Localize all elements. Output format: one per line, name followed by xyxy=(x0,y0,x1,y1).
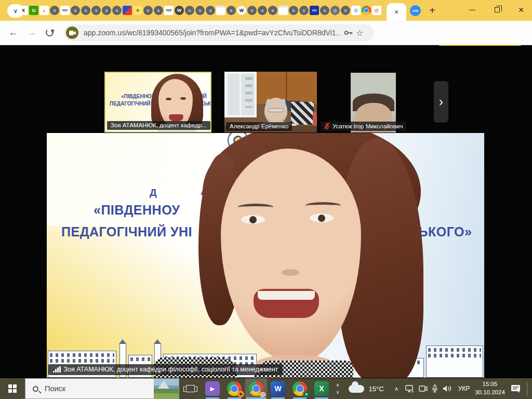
address-bar[interactable]: app.zoom.us/wc/81993400565/join?fromPWA=… xyxy=(63,24,374,41)
participant-name: Зоя АТАМАНЮК, доцент кафедр... xyxy=(111,122,207,128)
window-minimize-button[interactable] xyxy=(460,0,484,20)
tab-favicon-pkp[interactable]: PKP xyxy=(164,6,174,15)
tab-favicon-site[interactable]: s xyxy=(341,6,350,15)
chevron-up-icon: ∧ xyxy=(394,385,398,392)
tab-favicon-translate[interactable]: G xyxy=(351,6,361,15)
tab-favicon-mail[interactable]: @ xyxy=(372,6,381,15)
chevron-down-icon: ∨ xyxy=(14,7,18,15)
scroll-down-icon[interactable]: ∨ xyxy=(336,390,340,395)
tab-favicon-doc[interactable] xyxy=(278,6,288,15)
tray-speaker-icon[interactable] xyxy=(441,378,454,399)
taskbar-scroll[interactable]: ∧ ∨ xyxy=(332,378,343,399)
glasses xyxy=(268,108,284,112)
tray-show-hidden-button[interactable]: ∧ xyxy=(391,378,402,399)
tab-favicon-site[interactable]: s xyxy=(81,6,90,15)
language-label: УКР xyxy=(458,385,470,392)
pattern-wall xyxy=(291,102,314,125)
taskbar-app-word[interactable]: W xyxy=(267,378,289,399)
tab-favicon-doc[interactable] xyxy=(216,6,225,15)
back-button[interactable]: ← xyxy=(8,27,18,38)
chrome-badge-green: л xyxy=(303,391,310,397)
tab-favicon-site[interactable]: s xyxy=(102,6,111,15)
search-daily-image[interactable] xyxy=(154,378,179,399)
browser-toolbar: ← → app.zoom.us/wc/81993400565/join?from… xyxy=(0,21,532,45)
task-view-button[interactable] xyxy=(181,378,200,399)
active-tab[interactable]: × xyxy=(387,3,406,21)
windows-logo-icon xyxy=(8,384,17,393)
tab-favicon-site[interactable]: s xyxy=(50,6,59,15)
participant-name: Александр Ерёменко xyxy=(230,123,288,129)
tab-favicon-site[interactable]: s xyxy=(185,6,194,15)
tab-favicon-site[interactable]: s xyxy=(71,6,80,15)
speaker-mouth xyxy=(254,289,319,318)
tab-favicon-site[interactable]: s xyxy=(154,6,163,15)
participant-thumb-usatiuk[interactable]: Усатюк Ігор Миколайович xyxy=(351,73,396,132)
tab-favicon-site[interactable]: s xyxy=(195,6,205,15)
taskbar-app-chrome-2-active[interactable] xyxy=(245,378,267,399)
chrome-badge-orange xyxy=(237,391,244,397)
weather-widget[interactable]: 15°C xyxy=(344,378,389,399)
tab-favicon-site[interactable]: s xyxy=(112,6,122,15)
search-placeholder: Поиск xyxy=(45,384,154,393)
tab-favicon-site[interactable]: s xyxy=(206,6,215,15)
tab-favicon-site[interactable]: s xyxy=(143,6,153,15)
tab-favicon-joomla[interactable]: X xyxy=(19,6,28,15)
wood-cabinets xyxy=(257,72,317,104)
tab-favicon-site[interactable]: s xyxy=(227,6,236,15)
movies-app-icon: ▶ xyxy=(205,381,220,396)
close-tab-icon[interactable]: × xyxy=(394,8,398,16)
taskbar-app-chrome-1[interactable] xyxy=(223,378,245,399)
new-tab-button[interactable]: + xyxy=(425,3,440,18)
tab-favicon-chrome[interactable] xyxy=(362,6,371,15)
tab-favicon-ao[interactable]: АО xyxy=(310,6,319,15)
url-text[interactable]: app.zoom.us/wc/81993400565/join?fromPWA=… xyxy=(84,29,341,37)
tab-favicon-star[interactable]: ★ xyxy=(133,6,142,15)
tab-favicon-site[interactable]: s xyxy=(289,6,298,15)
action-center-button[interactable] xyxy=(507,378,524,399)
tray-network-icon[interactable] xyxy=(403,378,416,399)
taskbar-app-movies[interactable]: ▶ xyxy=(202,378,223,399)
tab-favicon-drive[interactable]: ▲ xyxy=(39,6,49,15)
tab-favicon-pkp-small[interactable]: PKP xyxy=(60,6,70,15)
show-desktop-divider[interactable] xyxy=(527,381,527,396)
tab-favicon-ukrnet[interactable]: U xyxy=(29,6,38,15)
tab-favicon-wordpress[interactable]: W xyxy=(175,6,184,15)
participant-thumb-eremenko[interactable]: Александр Ерёменко xyxy=(224,72,317,132)
window-restore-button[interactable] xyxy=(485,0,509,20)
gallery-next-button[interactable]: › xyxy=(434,81,448,123)
participant-name-tag: Зоя АТАМАНЮК, доцент кафедр... xyxy=(107,121,210,130)
bookmark-star-icon[interactable]: ☆ xyxy=(356,28,363,38)
reload-button[interactable] xyxy=(46,29,54,36)
tray-camera-icon[interactable] xyxy=(417,378,429,399)
tray-language[interactable]: УКР xyxy=(455,378,473,399)
tab-favicon-site[interactable]: s xyxy=(268,6,277,15)
tab-favicons: XU▲sPKPsssss★ssPKPWssssWsssssАОs◍sG@ xyxy=(19,6,381,15)
forward-button[interactable]: → xyxy=(27,27,36,38)
zoom-tab-favicon[interactable]: zm xyxy=(410,5,421,16)
taskbar: Поиск ▶ W л X ∧ ∨ xyxy=(0,378,532,399)
taskbar-app-excel[interactable]: X xyxy=(311,378,332,399)
tray-mic-icon[interactable] xyxy=(429,378,441,399)
start-button[interactable] xyxy=(0,378,25,399)
tab-favicon-site[interactable]: s xyxy=(91,6,101,15)
tab-favicon-site[interactable]: s xyxy=(258,6,267,15)
taskbar-search[interactable]: Поиск xyxy=(25,378,179,399)
tab-favicon-site[interactable]: s xyxy=(320,6,329,15)
tray-clock[interactable]: 15:05 30.10.2024 xyxy=(473,378,507,399)
camera-permission-icon[interactable] xyxy=(66,26,78,39)
banner-text: «ПІВДЕННОУ xyxy=(94,203,180,218)
tab-favicon-flag[interactable] xyxy=(123,6,132,15)
tab-favicon-globe[interactable]: ◍ xyxy=(330,6,340,15)
speaker-nose xyxy=(282,269,299,276)
scroll-up-icon[interactable]: ∧ xyxy=(336,382,340,388)
password-key-icon[interactable] xyxy=(344,30,353,35)
taskbar-app-chrome-3[interactable]: л xyxy=(289,378,311,399)
window-close-button[interactable]: × xyxy=(509,0,532,20)
tab-favicon-site[interactable]: s xyxy=(247,6,257,15)
tab-favicon-wikipedia[interactable]: W xyxy=(237,6,246,15)
participant-name: Усатюк Ігор Миколайович xyxy=(332,123,403,129)
mic-muted-icon xyxy=(324,123,330,129)
participant-thumb-zoia[interactable]: «ПІВДЕННОУ ЬНИЙ ПЕДАГОГІЧНИЙ УН ИНСЬКОГО… xyxy=(104,72,211,132)
notification-icon xyxy=(511,384,521,393)
tab-favicon-site[interactable]: s xyxy=(299,6,309,15)
